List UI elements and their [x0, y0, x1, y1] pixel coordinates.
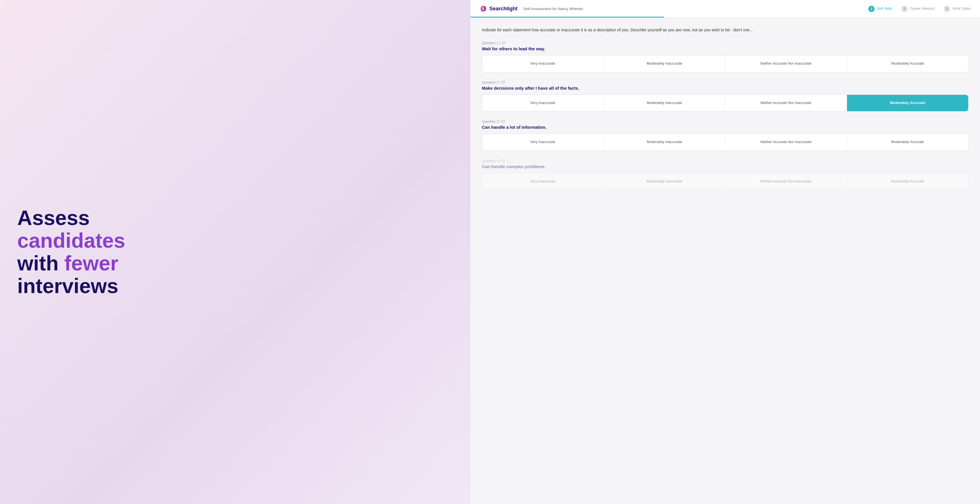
content-area: Indicate for each statement how accurate…	[471, 18, 980, 504]
question-label-2: Question 2 / 37	[482, 80, 969, 85]
hero-line2: candidates	[17, 229, 125, 252]
hero-text: Assess candidates with fewer interviews	[17, 207, 125, 298]
answer-row-4: Very InaccurateModerately InaccurateNeit…	[482, 173, 969, 190]
logo-area: S Searchlight	[480, 5, 517, 13]
answer-row-3: Very InaccurateModerately InaccurateNeit…	[482, 134, 969, 151]
app-header: S Searchlight Self-Assessment for Nancy …	[471, 0, 980, 18]
answer-option-q4-3[interactable]: Moderately Accurate	[847, 173, 968, 190]
step-2[interactable]: 2 Career Interests	[901, 6, 935, 12]
hero-line4: interviews	[17, 274, 118, 297]
answer-option-q2-2[interactable]: Neither Accurate Nor Inaccurate	[725, 95, 847, 112]
step-3[interactable]: 3 Work Styles	[944, 6, 971, 12]
svg-text:S: S	[482, 6, 485, 11]
answer-option-q1-2[interactable]: Neither Accurate Nor Inaccurate	[725, 56, 847, 72]
step-1-num: 1	[868, 6, 875, 12]
question-label-1: Question 1 / 37	[482, 41, 969, 45]
instruction-text: Indicate for each statement how accurate…	[482, 27, 969, 33]
question-label-4: Question 4 / 37	[482, 159, 969, 163]
step-2-num: 2	[901, 6, 908, 12]
step-1-label: Soft Skills	[877, 6, 892, 11]
answer-option-q1-0[interactable]: Very Inaccurate	[482, 56, 604, 72]
questions-container: Question 1 / 37Wait for others to lead t…	[482, 41, 969, 190]
hero-line1: Assess	[17, 206, 90, 229]
answer-option-q2-3[interactable]: Moderately Accurate	[847, 95, 968, 112]
question-text-2: Make decisions only after I have all of …	[482, 86, 969, 91]
answer-option-q1-1[interactable]: Moderately Inaccurate	[604, 56, 725, 72]
step-2-label: Career Interests	[910, 6, 935, 11]
step-3-label: Work Styles	[953, 6, 971, 11]
question-text-3: Can handle a lot of information.	[482, 125, 969, 129]
searchlight-logo-icon: S	[480, 5, 487, 13]
question-block-4: Question 4 / 37Can handle complex proble…	[482, 159, 969, 190]
answer-option-q3-0[interactable]: Very Inaccurate	[482, 134, 604, 151]
answer-row-1: Very InaccurateModerately InaccurateNeit…	[482, 55, 969, 72]
question-text-4: Can handle complex problems.	[482, 164, 969, 169]
answer-option-q3-3[interactable]: Moderately Accurate	[847, 134, 968, 151]
answer-option-q1-3[interactable]: Moderately Accurate	[847, 56, 968, 72]
question-block-3: Question 3 / 37Can handle a lot of infor…	[482, 120, 969, 151]
step-1[interactable]: 1 Soft Skills	[868, 6, 892, 12]
header-subtitle: Self-Assessment for Nancy Wheeler	[523, 6, 583, 11]
question-label-3: Question 3 / 37	[482, 120, 969, 124]
hero-line3a: with	[17, 252, 59, 275]
question-block-1: Question 1 / 37Wait for others to lead t…	[482, 41, 969, 72]
left-panel: Assess candidates with fewer interviews	[0, 0, 471, 504]
answer-option-q2-1[interactable]: Moderately Inaccurate	[604, 95, 725, 112]
answer-option-q4-2[interactable]: Neither Accurate Nor Inaccurate	[725, 173, 847, 190]
question-text-1: Wait for others to lead the way.	[482, 46, 969, 51]
answer-option-q4-0[interactable]: Very Inaccurate	[482, 173, 604, 190]
answer-option-q3-2[interactable]: Neither Accurate Nor Inaccurate	[725, 134, 847, 151]
nav-steps: 1 Soft Skills 2 Career Interests 3 Work …	[868, 6, 971, 12]
answer-row-2: Very InaccurateModerately InaccurateNeit…	[482, 94, 969, 112]
right-panel: S Searchlight Self-Assessment for Nancy …	[471, 0, 980, 504]
question-block-2: Question 2 / 37Make decisions only after…	[482, 80, 969, 112]
answer-option-q3-1[interactable]: Moderately Inaccurate	[604, 134, 725, 151]
step-3-num: 3	[944, 6, 950, 12]
logo-name: Searchlight	[489, 6, 517, 12]
hero-line3b: fewer	[64, 252, 118, 275]
answer-option-q2-0[interactable]: Very Inaccurate	[482, 95, 604, 112]
answer-option-q4-1[interactable]: Moderately Inaccurate	[604, 173, 725, 190]
